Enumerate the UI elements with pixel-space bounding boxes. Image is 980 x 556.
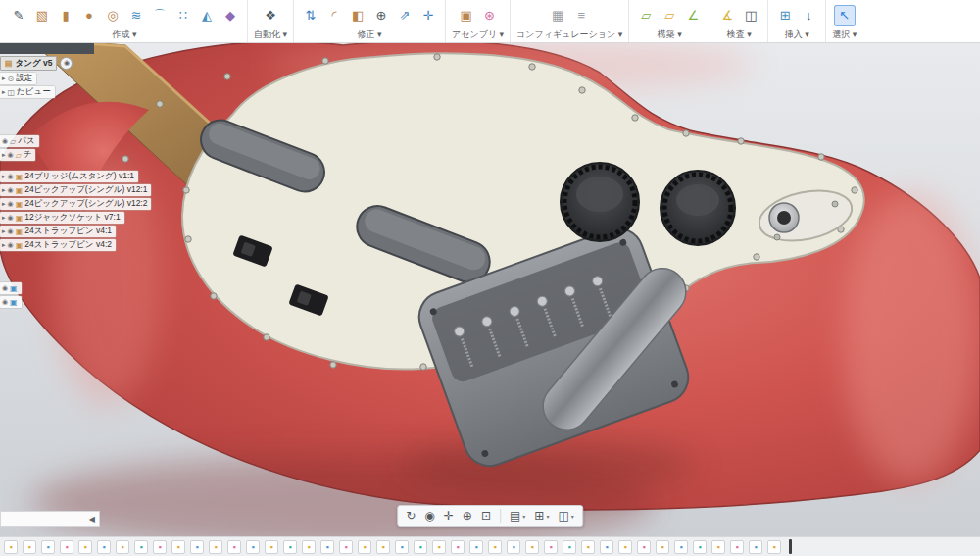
timeline-feature-icon-24[interactable]: ▪ [432, 540, 446, 554]
display-settings-icon[interactable]: ▤▾ [510, 509, 525, 523]
toolbar-group-label-insert[interactable]: 挿入 ▾ [774, 28, 819, 41]
expander-icon[interactable]: ▸ [2, 241, 6, 249]
browser-collapse-bar[interactable]: ◀ [0, 511, 100, 527]
browser-row-component-pickup-2[interactable]: ▸◉▣24ピックアップ(シングル) v12:2 [0, 198, 151, 210]
grid-snaps-icon[interactable]: ⊞▾ [534, 509, 549, 523]
timeline-feature-icon-4[interactable]: ▪ [60, 540, 74, 554]
browser-row-body-row-2[interactable]: ◉▣ [0, 296, 22, 308]
pipe-icon[interactable]: ⌒ [149, 5, 171, 26]
visibility-eye-icon[interactable]: ◉ [8, 186, 14, 194]
timeline-feature-icon-15[interactable]: ▪ [265, 540, 278, 554]
timeline-feature-icon-18[interactable]: ▪ [320, 540, 334, 554]
timeline-feature-icon-19[interactable]: ▪ [339, 540, 353, 554]
browser-row-component-strap-pin-2[interactable]: ▸◉▣24ストラップピン v4:2 [0, 239, 116, 251]
expander-icon[interactable]: ▸ [2, 200, 6, 208]
timeline-position-marker[interactable] [789, 539, 792, 554]
timeline-feature-icon-14[interactable]: ▪ [246, 540, 260, 554]
volume-knob[interactable] [561, 163, 639, 241]
toolbar-group-label-assemble[interactable]: アセンブリ ▾ [452, 28, 504, 41]
offset-face-icon[interactable]: ⇗ [394, 5, 416, 26]
browser-row-sketches[interactable]: ▸◉▱チ [0, 149, 35, 161]
look-at-icon[interactable]: ◉ [424, 509, 434, 523]
timeline-feature-icon-33[interactable]: ▪ [600, 540, 613, 554]
insert-derive-icon[interactable]: ⊞ [774, 5, 796, 26]
sphere-icon[interactable]: ● [78, 5, 100, 26]
insert-mesh-icon[interactable]: ↓ [798, 5, 819, 26]
browser-row-component-pickup-1[interactable]: ▸◉▣24ピックアップ(シングル) v12:1 [0, 184, 151, 196]
timeline-feature-icon-2[interactable]: ▪ [23, 540, 36, 554]
timeline-feature-icon-17[interactable]: ▪ [302, 540, 316, 554]
toolbar-group-label-create[interactable]: 作成 ▾ [8, 28, 241, 41]
timeline-feature-icon-8[interactable]: ▪ [134, 540, 148, 554]
torus-icon[interactable]: ◎ [102, 5, 123, 26]
timeline-feature-icon-21[interactable]: ▪ [376, 540, 390, 554]
visibility-eye-icon[interactable]: ◉ [2, 298, 8, 306]
construct-axis-icon[interactable]: ∠ [682, 5, 704, 26]
zoom-icon[interactable]: ⊕ [463, 509, 472, 523]
timeline-feature-icon-28[interactable]: ▪ [507, 540, 520, 554]
timeline-feature-icon-22[interactable]: ▪ [395, 540, 409, 554]
expander-icon[interactable]: ▸ [2, 75, 6, 82]
pattern-icon[interactable]: ∷ [172, 5, 194, 26]
timeline-feature-icon-42[interactable]: ▪ [767, 540, 781, 554]
timeline-feature-icon-32[interactable]: ▪ [581, 540, 595, 554]
viewport[interactable]: ▤タング v5◉▸⊙設定▸◫たビュー◉▱パス▸◉▱チ▸◉▣24ブリッジ(ムスタン… [0, 43, 980, 536]
coil-icon[interactable]: ≋ [125, 5, 147, 26]
combine-icon[interactable]: ⊕ [370, 5, 392, 26]
timeline-feature-icon-35[interactable]: ▪ [637, 540, 651, 554]
select-cursor-icon[interactable]: ↖ [834, 5, 856, 26]
timeline-feature-icon-23[interactable]: ▪ [414, 540, 427, 554]
move-copy-icon[interactable]: ✛ [417, 5, 439, 26]
visibility-eye-icon[interactable]: ◉ [8, 227, 14, 235]
visibility-eye-icon[interactable]: ◉ [2, 284, 8, 292]
section-analysis-icon[interactable]: ◫ [740, 5, 761, 26]
timeline-feature-icon-12[interactable]: ▪ [209, 540, 222, 554]
visibility-eye-icon[interactable]: ◉ [8, 214, 14, 222]
orbit-icon[interactable]: ↻ [406, 509, 416, 523]
browser-row-component-bridge[interactable]: ▸◉▣24ブリッジ(ムスタング) v1:1 [0, 171, 138, 182]
expander-icon[interactable]: ▸ [2, 88, 6, 96]
fit-icon[interactable]: ⊡ [481, 509, 491, 523]
browser-row-paths[interactable]: ◉▱パス [0, 135, 39, 147]
timeline-feature-icon-5[interactable]: ▪ [78, 540, 92, 554]
expander-icon[interactable]: ▸ [2, 186, 6, 194]
browser-row-document-settings[interactable]: ▸⊙設定 [0, 73, 36, 84]
viewports-icon[interactable]: ◫▾ [558, 509, 573, 523]
timeline-feature-icon-7[interactable]: ▪ [116, 540, 129, 554]
browser-document-root[interactable]: ▤タング v5 [0, 56, 57, 71]
timeline-feature-icon-31[interactable]: ▪ [563, 540, 576, 554]
visibility-eye-icon[interactable]: ◉ [8, 241, 14, 249]
create-sketch-icon[interactable]: ✎ [8, 5, 29, 26]
new-component-icon[interactable]: ▣ [456, 5, 477, 26]
timeline-feature-icon-36[interactable]: ▪ [656, 540, 669, 554]
cylinder-icon[interactable]: ▮ [55, 5, 76, 26]
midplane-icon[interactable]: ▱ [659, 5, 680, 26]
browser-row-named-views[interactable]: ▸◫たビュー [0, 86, 55, 98]
timeline-feature-icon-3[interactable]: ▪ [41, 540, 55, 554]
toolbar-group-label-automate[interactable]: 自動化 ▾ [254, 28, 287, 41]
toolbar-group-label-modify[interactable]: 修正 ▾ [300, 28, 439, 41]
document-activate-radio[interactable]: ◉ [60, 57, 73, 70]
visibility-eye-icon[interactable]: ◉ [2, 137, 8, 145]
toolbar-group-label-construct[interactable]: 構築 ▾ [635, 28, 704, 41]
browser-row-component-jack-socket[interactable]: ▸◉▣12ジャックソケット v7:1 [0, 212, 124, 224]
fillet-icon[interactable]: ◜ [323, 5, 345, 26]
expander-icon[interactable]: ▸ [2, 173, 6, 180]
form-icon[interactable]: ◆ [220, 5, 241, 26]
timeline-feature-icon-37[interactable]: ▪ [674, 540, 688, 554]
visibility-eye-icon[interactable]: ◉ [8, 151, 14, 159]
visibility-eye-icon[interactable]: ◉ [8, 200, 14, 208]
toolbar-group-label-inspect[interactable]: 検査 ▾ [716, 28, 761, 41]
timeline-feature-icon-38[interactable]: ▪ [693, 540, 707, 554]
timeline-feature-icon-26[interactable]: ▪ [469, 540, 483, 554]
timeline-feature-icon-34[interactable]: ▪ [618, 540, 632, 554]
timeline-feature-icon-6[interactable]: ▪ [97, 540, 111, 554]
configuration-icon[interactable]: ▦ [547, 5, 568, 26]
visibility-eye-icon[interactable]: ◉ [8, 173, 14, 180]
press-pull-icon[interactable]: ⇅ [300, 5, 321, 26]
expander-icon[interactable]: ▸ [2, 214, 6, 222]
timeline-feature-icon-13[interactable]: ▪ [227, 540, 241, 554]
timeline-feature-icon-25[interactable]: ▪ [451, 540, 465, 554]
timeline-feature-icon-41[interactable]: ▪ [749, 540, 762, 554]
expander-icon[interactable]: ▸ [2, 151, 6, 159]
